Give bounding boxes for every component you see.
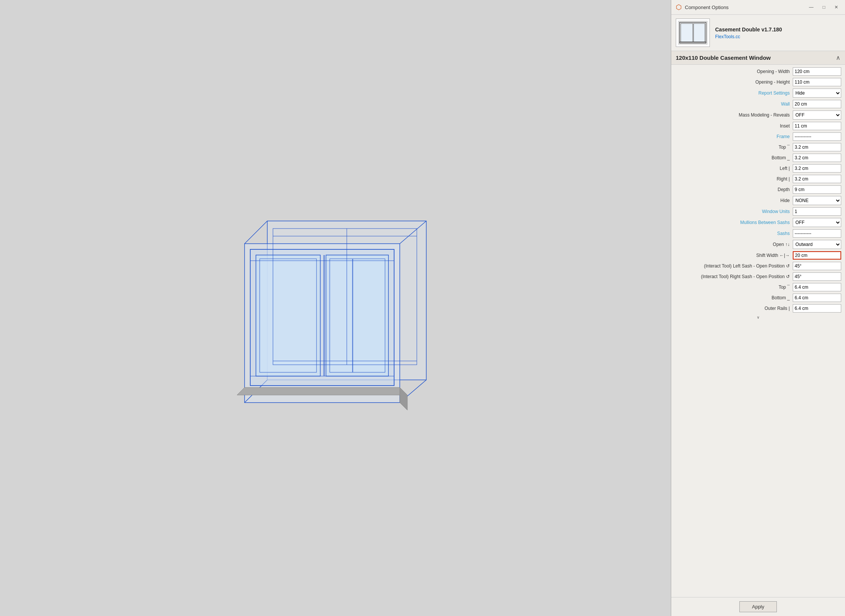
maximize-button[interactable]: □ bbox=[820, 4, 828, 11]
option-select[interactable]: OFF bbox=[793, 218, 841, 227]
option-input[interactable] bbox=[793, 175, 841, 183]
option-select[interactable]: Hide bbox=[793, 89, 841, 98]
option-label: Mass Modeling - Reveals bbox=[671, 112, 793, 118]
options-content[interactable]: Opening - WidthOpening - HeightReport Se… bbox=[671, 65, 845, 597]
option-input[interactable] bbox=[793, 143, 841, 151]
option-row: (Interact Tool) Right Sash - Open Positi… bbox=[671, 271, 845, 282]
option-label: Frame bbox=[671, 134, 793, 139]
option-label: (Interact Tool) Left Sash - Open Positio… bbox=[671, 263, 793, 269]
option-select[interactable]: NONE bbox=[793, 196, 841, 205]
dialog-titlebar: ⬡ Component Options — □ ✕ bbox=[671, 0, 845, 15]
option-input[interactable] bbox=[793, 154, 841, 162]
close-button[interactable]: ✕ bbox=[832, 4, 840, 11]
option-row: Top ¯ bbox=[671, 282, 845, 292]
option-label: Window Units bbox=[671, 209, 793, 214]
option-value[interactable] bbox=[793, 251, 842, 260]
option-value[interactable] bbox=[793, 175, 842, 183]
option-row: Opening - Width bbox=[671, 66, 845, 77]
dialog-window-controls: — □ ✕ bbox=[807, 4, 840, 11]
option-row: Opening - Height bbox=[671, 77, 845, 87]
option-row: Mass Modeling - RevealsOFF bbox=[671, 109, 845, 121]
option-input[interactable] bbox=[793, 229, 841, 238]
apply-button[interactable]: Apply bbox=[739, 601, 777, 612]
option-label: Top ¯ bbox=[671, 285, 793, 290]
option-row: Outer Rails | bbox=[671, 303, 845, 314]
option-value[interactable] bbox=[793, 207, 842, 216]
option-label: Open ↑↓ bbox=[671, 242, 793, 247]
option-input[interactable] bbox=[793, 294, 841, 302]
option-input[interactable] bbox=[793, 100, 841, 108]
option-value[interactable]: Hide bbox=[793, 89, 842, 98]
option-select[interactable]: Outward bbox=[793, 240, 841, 249]
option-row: Window Units bbox=[671, 206, 845, 217]
option-value[interactable] bbox=[793, 67, 842, 76]
component-thumbnail bbox=[676, 19, 710, 47]
component-options-dialog: ⬡ Component Options — □ ✕ Casement Doubl… bbox=[671, 0, 845, 616]
option-value[interactable]: OFF bbox=[793, 218, 842, 227]
svg-rect-13 bbox=[353, 259, 385, 372]
option-value[interactable]: OFF bbox=[793, 110, 842, 120]
option-row: Shift Width ←|→ bbox=[671, 250, 845, 261]
dialog-title-left: ⬡ Component Options bbox=[676, 3, 729, 11]
option-value[interactable] bbox=[793, 229, 842, 238]
option-input[interactable] bbox=[793, 67, 841, 76]
component-info: Casement Double v1.7.180 FlexTools.cc bbox=[715, 26, 782, 39]
option-input[interactable] bbox=[793, 304, 841, 313]
option-label: Shift Width ←|→ bbox=[671, 253, 793, 258]
option-input[interactable] bbox=[793, 207, 841, 216]
option-value[interactable] bbox=[793, 100, 842, 108]
option-label: Left | bbox=[671, 166, 793, 171]
option-input[interactable] bbox=[793, 283, 841, 291]
option-value[interactable] bbox=[793, 294, 842, 302]
option-value[interactable] bbox=[793, 272, 842, 281]
option-input[interactable] bbox=[793, 122, 841, 130]
option-row: (Interact Tool) Left Sash - Open Positio… bbox=[671, 261, 845, 271]
option-value[interactable] bbox=[793, 154, 842, 162]
minimize-button[interactable]: — bbox=[807, 4, 816, 11]
component-header: Casement Double v1.7.180 FlexTools.cc bbox=[671, 15, 845, 51]
flextools-link[interactable]: FlexTools.cc bbox=[715, 34, 782, 39]
svg-rect-12 bbox=[330, 259, 352, 372]
option-value[interactable] bbox=[793, 122, 842, 130]
option-input[interactable] bbox=[793, 262, 841, 270]
option-value[interactable] bbox=[793, 143, 842, 151]
option-value[interactable] bbox=[793, 164, 842, 173]
option-value[interactable] bbox=[793, 185, 842, 194]
section-title: 120x110 Double Casement Window bbox=[676, 54, 771, 61]
option-label: Hide bbox=[671, 198, 793, 203]
option-row: Bottom _ bbox=[671, 152, 845, 163]
option-input[interactable] bbox=[793, 272, 841, 281]
option-value[interactable] bbox=[793, 283, 842, 291]
option-value[interactable] bbox=[793, 78, 842, 86]
option-label: Bottom _ bbox=[671, 295, 793, 300]
option-row: Right | bbox=[671, 174, 845, 184]
option-input[interactable] bbox=[793, 251, 841, 260]
option-row: HideNONE bbox=[671, 195, 845, 206]
option-value[interactable] bbox=[793, 262, 842, 270]
option-input[interactable] bbox=[793, 132, 841, 141]
option-value[interactable]: NONE bbox=[793, 196, 842, 205]
option-value[interactable]: Outward bbox=[793, 240, 842, 249]
option-select[interactable]: OFF bbox=[793, 110, 841, 120]
option-label: Wall bbox=[671, 101, 793, 107]
option-row: Bottom _ bbox=[671, 292, 845, 303]
3d-window-drawing bbox=[207, 198, 464, 418]
option-row: Mullions Between SashsOFF bbox=[671, 217, 845, 228]
option-label: Opening - Height bbox=[671, 79, 793, 85]
option-input[interactable] bbox=[793, 78, 841, 86]
option-value[interactable] bbox=[793, 304, 842, 313]
option-label: Depth bbox=[671, 187, 793, 192]
component-name: Casement Double v1.7.180 bbox=[715, 26, 782, 33]
option-value[interactable] bbox=[793, 132, 842, 141]
option-row: Report SettingsHide bbox=[671, 87, 845, 99]
svg-rect-23 bbox=[681, 23, 693, 42]
option-input[interactable] bbox=[793, 164, 841, 173]
scroll-down-chevron[interactable]: ∨ bbox=[671, 314, 845, 321]
svg-marker-8 bbox=[400, 387, 407, 410]
scroll-up-arrow[interactable]: ∧ bbox=[836, 54, 840, 61]
option-label: Inset bbox=[671, 123, 793, 129]
dialog-footer: Apply bbox=[671, 597, 845, 616]
option-row: Frame bbox=[671, 131, 845, 142]
svg-rect-24 bbox=[694, 23, 705, 42]
option-input[interactable] bbox=[793, 185, 841, 194]
